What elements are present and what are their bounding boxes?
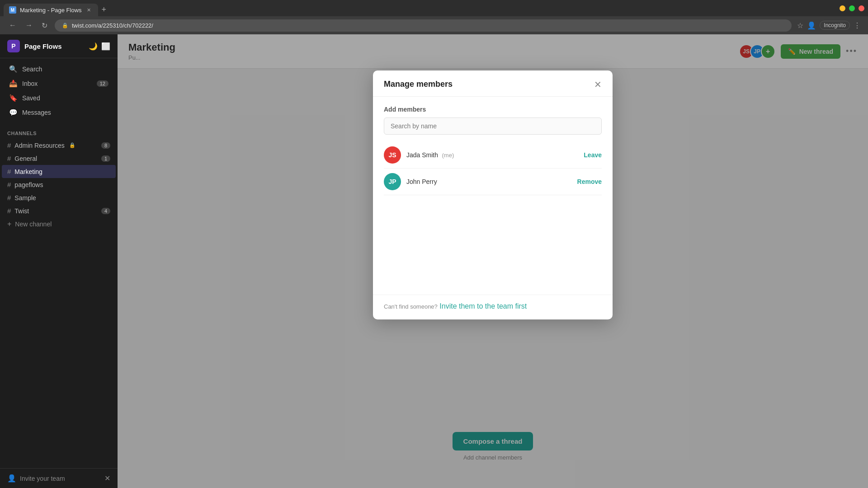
address-bar-right: ☆ 👤 Incognito ⋮ (797, 21, 861, 30)
plus-icon: + (7, 220, 11, 228)
inbox-label: Inbox (22, 80, 38, 87)
menu-button[interactable]: ⋮ (854, 21, 861, 30)
url-bar[interactable]: 🔒 twist.com/a/225310/ch/702222/ (55, 19, 792, 32)
close-button[interactable] (859, 5, 864, 11)
modal-body: Add members JS Jada Smith (me) Leave (373, 97, 613, 295)
sample-channel-label: Sample (14, 194, 36, 202)
channels-section: Channels (0, 123, 118, 139)
remove-button[interactable]: Remove (577, 178, 602, 185)
sidebar-item-search[interactable]: 🔍 Search (2, 62, 116, 76)
manage-members-modal: Manage members ✕ Add members JS Jada Smi… (373, 70, 613, 319)
window-controls (840, 5, 864, 11)
jada-member-avatar: JS (384, 146, 401, 164)
hash-icon: # (7, 168, 11, 175)
messages-icon: 💬 (9, 108, 18, 117)
sidebar: P Page Flows 🌙 ⬜ 🔍 Search 📥 Inbox 12 🔖 S… (0, 34, 118, 488)
sidebar-item-saved[interactable]: 🔖 Saved (2, 91, 116, 105)
hash-icon: # (7, 141, 11, 149)
saved-icon: 🔖 (9, 94, 18, 102)
modal-backdrop: Manage members ✕ Add members JS Jada Smi… (118, 34, 868, 488)
sidebar-item-messages[interactable]: 💬 Messages (2, 105, 116, 120)
empty-space (384, 195, 602, 286)
layout-button[interactable]: ⬜ (101, 42, 110, 51)
sidebar-nav: 🔍 Search 📥 Inbox 12 🔖 Saved 💬 Messages (0, 58, 118, 123)
john-name: John Perry (406, 178, 437, 185)
inbox-badge: 12 (97, 80, 108, 87)
lock-icon: 🔒 (62, 23, 68, 28)
twist-badge: 4 (101, 208, 110, 214)
main-content: Marketing Pu... JS JP + ✏️ New thread ••… (118, 34, 868, 488)
invite-team-first-link[interactable]: Invite them to the team first (439, 302, 527, 310)
sidebar-item-twist[interactable]: # Twist 4 (2, 204, 116, 217)
modal-close-button[interactable]: ✕ (594, 80, 602, 89)
hash-icon: # (7, 181, 11, 188)
invite-team-item[interactable]: 👤 Invite your team ✕ (0, 468, 118, 488)
saved-label: Saved (22, 94, 40, 102)
invite-team-label: Invite your team (20, 475, 65, 482)
app-wrapper: P Page Flows 🌙 ⬜ 🔍 Search 📥 Inbox 12 🔖 S… (0, 34, 868, 488)
maximize-button[interactable] (849, 5, 855, 11)
pageflows-channel-label: pageflows (14, 181, 43, 188)
header-icons: 🌙 ⬜ (89, 42, 110, 51)
modal-title: Manage members (384, 80, 453, 89)
member-list: JS Jada Smith (me) Leave JP John Perry (384, 142, 602, 195)
minimize-button[interactable] (840, 5, 845, 11)
new-channel-label: New channel (15, 221, 52, 228)
incognito-badge: Incognito (820, 21, 850, 30)
sidebar-item-inbox[interactable]: 📥 Inbox 12 (2, 76, 116, 91)
new-tab-button[interactable]: + (100, 3, 108, 16)
refresh-button[interactable]: ↻ (40, 19, 49, 32)
messages-label: Messages (22, 109, 51, 116)
hash-icon: # (7, 207, 11, 215)
browser-chrome: M Marketing - Page Flows ✕ + (0, 0, 868, 16)
john-member-avatar: JP (384, 173, 401, 190)
hash-icon: # (7, 155, 11, 162)
general-channel-label: General (14, 155, 37, 162)
cant-find-text: Can't find someone? (384, 303, 438, 310)
forward-button[interactable]: → (24, 19, 34, 31)
modal-header: Manage members ✕ (373, 70, 613, 97)
jada-name: Jada Smith (406, 151, 438, 159)
sidebar-item-pageflows[interactable]: # pageflows (2, 178, 116, 191)
active-tab[interactable]: M Marketing - Page Flows ✕ (4, 4, 98, 16)
bookmark-button[interactable]: ☆ (797, 21, 803, 30)
jada-tag: (me) (442, 152, 454, 159)
lock-icon: 🔒 (69, 142, 75, 148)
channels-section-title: Channels (7, 131, 37, 136)
address-bar: ← → ↻ 🔒 twist.com/a/225310/ch/702222/ ☆ … (0, 16, 868, 34)
admin-channel-label: Admin Resources (14, 142, 65, 149)
invite-close-button[interactable]: ✕ (104, 474, 110, 483)
browser-tabs: M Marketing - Page Flows ✕ + (4, 0, 108, 16)
invite-icon: 👤 (7, 474, 16, 483)
theme-toggle-button[interactable]: 🌙 (89, 42, 98, 51)
member-item-john: JP John Perry Remove (384, 169, 602, 195)
search-members-input[interactable] (384, 117, 602, 135)
john-info: John Perry (406, 178, 437, 186)
workspace-icon: P (7, 40, 20, 52)
close-tab-button[interactable]: ✕ (85, 6, 93, 14)
sidebar-item-admin[interactable]: # Admin Resources 🔒 8 (2, 139, 116, 152)
tab-favicon: M (9, 6, 16, 14)
sidebar-item-marketing[interactable]: # Marketing (2, 165, 116, 178)
jada-info: Jada Smith (me) (406, 151, 454, 159)
member-item-jada: JS Jada Smith (me) Leave (384, 142, 602, 169)
search-icon: 🔍 (9, 65, 18, 73)
twist-channel-label: Twist (14, 207, 29, 215)
url-text: twist.com/a/225310/ch/702222/ (72, 22, 153, 29)
admin-badge: 8 (101, 142, 110, 149)
sidebar-item-sample[interactable]: # Sample (2, 191, 116, 204)
marketing-channel-label: Marketing (14, 168, 42, 175)
modal-footer: Can't find someone? Invite them to the t… (373, 295, 613, 319)
add-members-label: Add members (384, 106, 602, 113)
new-channel-item[interactable]: + New channel (2, 217, 116, 231)
search-label: Search (22, 66, 42, 73)
leave-button[interactable]: Leave (584, 151, 602, 159)
sidebar-item-general[interactable]: # General 1 (2, 152, 116, 165)
profile-button[interactable]: 👤 (807, 21, 816, 30)
tab-title: Marketing - Page Flows (20, 7, 82, 14)
workspace-name: Page Flows (24, 42, 62, 50)
sidebar-header: P Page Flows 🌙 ⬜ (0, 34, 118, 58)
back-button[interactable]: ← (7, 19, 18, 31)
inbox-icon: 📥 (9, 80, 18, 88)
general-badge: 1 (101, 155, 110, 162)
